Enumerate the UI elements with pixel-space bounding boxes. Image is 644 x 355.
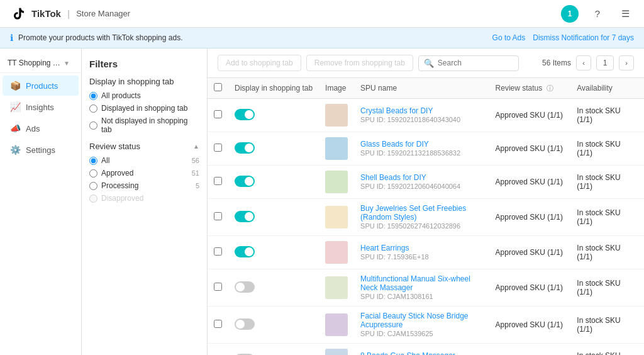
row-checkbox[interactable] <box>214 283 222 291</box>
items-count-area: 56 Items ‹ 1 › <box>542 55 634 70</box>
display-toggle[interactable] <box>235 109 255 120</box>
row-checkbox-cell <box>208 99 228 132</box>
page-content: Filters Display in shopping tab All prod… <box>82 48 644 355</box>
row-toggle-cell <box>228 99 319 132</box>
display-toggle[interactable] <box>235 246 255 257</box>
product-image <box>325 171 348 193</box>
sidebar-item-ads[interactable]: 📣Ads <box>3 118 79 138</box>
review-status-info-icon[interactable]: ⓘ <box>547 84 553 92</box>
row-checkbox-cell <box>208 199 228 236</box>
row-availability-cell: In stock SKU (1/1) <box>570 236 644 269</box>
filter-count: 56 <box>192 157 199 164</box>
filter-option-displayed[interactable]: Displayed in shopping tab <box>89 104 199 113</box>
row-name-cell: Facial Beauty Stick Nose Bridge Acupress… <box>354 307 489 344</box>
product-name-link[interactable]: Multifunctional Manual Six-wheel Neck Ma… <box>360 274 483 292</box>
product-name-link[interactable]: Shell Beads for DIY <box>360 173 483 182</box>
items-count-label: 56 Items <box>542 59 571 67</box>
row-image-cell <box>319 344 354 356</box>
review-option-label: Disapproved <box>101 194 143 203</box>
filter-count: 51 <box>192 169 199 177</box>
help-button[interactable]: ? <box>589 5 606 23</box>
row-checkbox[interactable] <box>214 320 222 328</box>
row-status-cell: Approved SKU (1/1) <box>489 99 571 132</box>
row-checkbox-cell <box>208 132 228 166</box>
avatar[interactable]: 1 <box>561 5 579 23</box>
display-toggle[interactable] <box>235 281 255 293</box>
product-name-link[interactable]: 8 Beads Gua Sha Massager <box>360 351 483 355</box>
product-name-link[interactable]: Crystal Beads for DIY <box>360 106 483 115</box>
row-status-cell: Approved SKU (1/1) <box>489 199 571 236</box>
row-status-cell: Approved SKU (1/1) <box>489 269 571 307</box>
row-toggle-cell <box>228 199 319 236</box>
row-checkbox[interactable] <box>214 247 222 256</box>
row-image-cell <box>319 307 354 344</box>
store-name: TT Shopping Mal... <box>8 59 61 67</box>
sidebar-item-insights[interactable]: 📈Insights <box>3 97 79 117</box>
brand-subtitle: Store Manager <box>76 9 130 18</box>
product-name-link[interactable]: Heart Earrings <box>360 244 483 252</box>
filter-option-not_displayed[interactable]: Not displayed in shopping tab <box>89 116 199 134</box>
row-status-cell: Approved SKU (1/1) <box>489 166 571 199</box>
sidebar-item-settings[interactable]: ⚙️Settings <box>3 140 79 160</box>
review-option-processing[interactable]: Processing5 <box>89 181 199 190</box>
table-row: 8 Beads Gua Sha Massager SPU ID: CJAM153… <box>208 344 644 356</box>
row-availability-cell: In stock SKU (1/1) <box>570 132 644 166</box>
review-status-value: Approved SKU (1/1) <box>496 144 563 153</box>
product-image <box>325 137 348 160</box>
row-checkbox-cell <box>208 236 228 269</box>
review-status-value: Approved SKU (1/1) <box>496 111 563 120</box>
row-name-cell: Heart Earrings SPU ID: 7.15936E+18 <box>354 236 489 269</box>
filter-option-all[interactable]: All products <box>89 91 199 100</box>
row-checkbox[interactable] <box>214 212 222 220</box>
sidebar-item-label: Products <box>26 81 58 91</box>
row-checkbox-cell <box>208 166 228 199</box>
products-icon: 📦 <box>10 81 21 91</box>
review-status-value: Approved SKU (1/1) <box>496 178 563 186</box>
select-all-checkbox[interactable] <box>214 83 222 91</box>
display-toggle[interactable] <box>235 318 255 330</box>
sidebar-item-products[interactable]: 📦Products <box>3 76 79 96</box>
row-availability-cell: In stock SKU (1/1) <box>570 166 644 199</box>
display-toggle[interactable] <box>235 211 255 222</box>
review-status-value: Approved SKU (1/1) <box>496 213 563 222</box>
product-name-link[interactable]: Buy Jewelries Set Get Freebies (Random S… <box>360 204 483 222</box>
filter-title: Filters <box>89 59 199 69</box>
row-availability-cell: In stock SKU (1/1) <box>570 99 644 132</box>
product-table-scroll[interactable]: Display in shopping tab Image SPU name R… <box>208 78 644 355</box>
table-row: Crystal Beads for DIY SPU ID: 1592021018… <box>208 99 644 132</box>
product-name-link[interactable]: Facial Beauty Stick Nose Bridge Acupress… <box>360 312 483 329</box>
review-option-label: Approved <box>101 169 133 178</box>
row-status-cell: Approved SKU (1/1) <box>489 236 571 269</box>
display-filter-section: Display in shopping tab <box>89 77 199 86</box>
display-toggle[interactable] <box>235 176 255 187</box>
menu-button[interactable]: ☰ <box>616 5 634 23</box>
availability-value: In stock SKU (1/1) <box>577 279 620 296</box>
pagination-next-button[interactable]: › <box>619 55 634 70</box>
display-toggle[interactable] <box>235 142 255 154</box>
pagination-prev-button[interactable]: ‹ <box>576 55 591 70</box>
add-to-tab-button[interactable]: Add to shopping tab <box>218 55 301 71</box>
go-to-ads-link[interactable]: Go to Ads <box>492 33 526 42</box>
row-checkbox[interactable] <box>214 177 222 185</box>
product-image <box>325 349 348 355</box>
search-input[interactable] <box>438 59 513 67</box>
review-option-approved[interactable]: Approved51 <box>89 169 199 178</box>
review-option-all[interactable]: All56 <box>89 156 199 165</box>
row-name-cell: Multifunctional Manual Six-wheel Neck Ma… <box>354 269 489 307</box>
search-icon: 🔍 <box>424 59 434 68</box>
availability-value: In stock SKU (1/1) <box>577 106 620 124</box>
row-image-cell <box>319 236 354 269</box>
row-toggle-cell <box>228 236 319 269</box>
table-row: Multifunctional Manual Six-wheel Neck Ma… <box>208 269 644 307</box>
store-selector[interactable]: TT Shopping Mal... ▼ <box>0 54 81 73</box>
product-name-link[interactable]: Glass Beads for DIY <box>360 140 483 149</box>
remove-from-tab-button[interactable]: Remove from shopping tab <box>306 55 413 71</box>
sidebar-item-label: Insights <box>26 103 54 112</box>
availability-value: In stock SKU (1/1) <box>577 140 620 157</box>
row-image-cell <box>319 132 354 166</box>
review-status-value: Approved SKU (1/1) <box>496 248 563 257</box>
row-checkbox[interactable] <box>214 110 222 118</box>
dismiss-notification-link[interactable]: Dismiss Notification for 7 days <box>533 33 634 42</box>
row-name-cell: Glass Beads for DIY SPU ID: 159202113218… <box>354 132 489 166</box>
row-checkbox[interactable] <box>214 144 222 152</box>
